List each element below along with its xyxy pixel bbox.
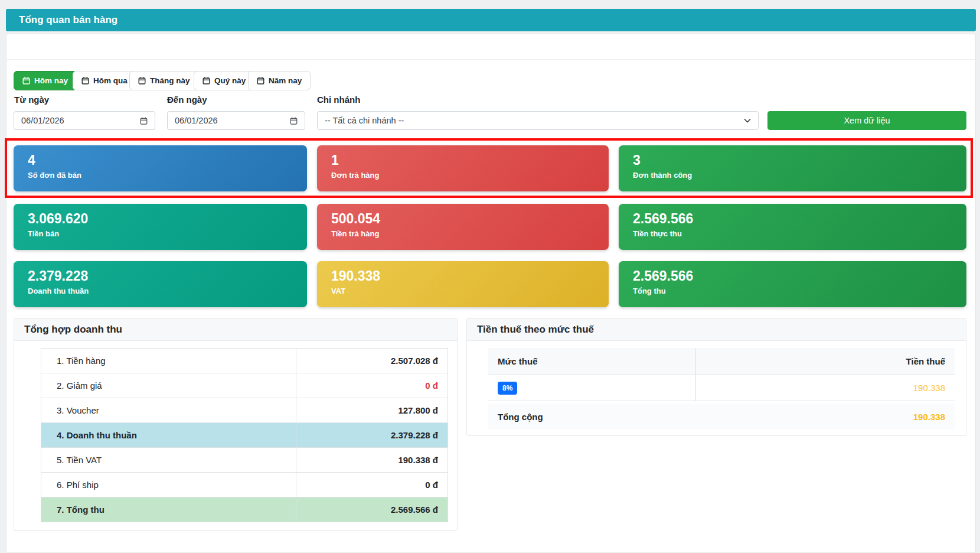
from-date-input[interactable]: 06/01/2026 <box>14 111 155 130</box>
quick-range-yesterday-button[interactable]: Hôm qua <box>73 71 136 90</box>
row-label: 6. Phí ship <box>41 473 296 497</box>
branch-selected-value: -- Tất cả chi nhánh -- <box>325 116 744 125</box>
table-row: 3. Voucher 127.800 đ <box>41 398 447 423</box>
tax-by-rate-panel: Tiền thuế theo mức thuế Mức thuế Tiền th… <box>466 318 966 436</box>
tax-amount-value: 190.338 <box>913 383 945 393</box>
to-date-label: Đến ngày <box>167 95 207 105</box>
quick-range-label: Tháng này <box>150 76 190 85</box>
row-label: 4. Doanh thu thuần <box>41 423 296 447</box>
tax-rate-column-header: Mức thuế <box>488 348 695 375</box>
stat-label: Doanh thu thuần <box>28 287 293 295</box>
calendar-icon <box>81 77 89 84</box>
stat-card-orders-successful: 3 Đơn thành công <box>619 145 966 191</box>
row-value: 190.338 đ <box>296 448 447 472</box>
stat-label: Tiền thực thu <box>633 229 952 238</box>
row-label: 5. Tiền VAT <box>41 448 296 472</box>
stat-label: Đơn trả hàng <box>331 171 594 180</box>
table-total-row: Tổng cộng 190.338 <box>488 404 955 429</box>
stat-value: 2.569.566 <box>633 268 952 285</box>
stat-card-refund-amount: 500.054 Tiền trả hàng <box>317 204 609 250</box>
quick-range-this-year-button[interactable]: Năm nay <box>248 71 311 90</box>
stat-card-orders-returned: 1 Đơn trả hàng <box>317 145 609 191</box>
view-data-label: Xem dữ liệu <box>844 116 890 125</box>
table-row: 5. Tiền VAT 190.338 đ <box>41 448 447 473</box>
branch-label: Chi nhánh <box>317 95 360 105</box>
row-label: 1. Tiền hàng <box>41 349 296 373</box>
quick-range-label: Quý này <box>214 76 246 85</box>
stat-value: 190.338 <box>331 268 594 285</box>
table-row: 8% 190.338 <box>488 375 955 401</box>
to-date-value: 06/01/2026 <box>175 116 290 125</box>
stat-value: 4 <box>28 152 293 169</box>
calendar-icon <box>290 117 298 125</box>
stat-value: 2.379.228 <box>28 268 293 285</box>
stat-card-orders-sold: 4 Số đơn đã bán <box>14 145 307 191</box>
stat-card-actual-revenue: 2.569.566 Tiền thực thu <box>619 204 966 250</box>
tax-amount-column-header: Tiền thuế <box>695 348 955 375</box>
table-row: 6. Phí ship 0 đ <box>41 473 447 497</box>
row-label: 2. Giảm giá <box>41 373 296 398</box>
branch-select[interactable]: -- Tất cả chi nhánh -- <box>317 111 759 130</box>
stat-label: Đơn thành công <box>633 171 952 180</box>
table-row: 1. Tiền hàng 2.507.028 đ <box>41 349 447 373</box>
revenue-summary-table: 1. Tiền hàng 2.507.028 đ 2. Giảm giá 0 đ… <box>41 348 448 522</box>
stat-label: VAT <box>331 287 594 295</box>
stat-value: 3.069.620 <box>28 210 293 227</box>
calendar-icon <box>138 77 146 84</box>
from-date-value: 06/01/2026 <box>21 116 140 125</box>
quick-range-this-quarter-button[interactable]: Quý này <box>194 71 254 90</box>
revenue-summary-title: Tổng hợp doanh thu <box>14 318 457 341</box>
row-value: 127.800 đ <box>296 398 447 422</box>
stat-value: 500.054 <box>331 210 594 227</box>
stat-value: 3 <box>633 152 952 169</box>
tax-rate-badge: 8% <box>498 382 517 395</box>
stat-value: 2.569.566 <box>633 210 952 227</box>
table-row: 2. Giảm giá 0 đ <box>41 373 447 398</box>
quick-range-this-month-button[interactable]: Tháng này <box>129 71 199 90</box>
revenue-summary-panel: Tổng hợp doanh thu 1. Tiền hàng 2.507.02… <box>14 318 458 531</box>
chevron-down-icon <box>744 118 751 123</box>
calendar-icon <box>202 77 210 84</box>
row-value: 2.569.566 đ <box>296 497 447 522</box>
row-value: 0 đ <box>296 473 447 497</box>
page-title: Tổng quan bán hàng <box>19 14 117 26</box>
row-label: 7. Tổng thu <box>41 497 296 522</box>
tax-by-rate-title: Tiền thuế theo mức thuế <box>467 318 966 341</box>
table-row-highlight-net-revenue: 4. Doanh thu thuần 2.379.228 đ <box>41 423 447 448</box>
stat-label: Tiền bán <box>28 229 293 238</box>
stat-label: Tổng thu <box>633 287 952 295</box>
stat-label: Số đơn đã bán <box>28 171 293 180</box>
table-header-row: Mức thuế Tiền thuế <box>488 348 955 375</box>
calendar-icon <box>140 117 148 125</box>
calendar-icon <box>22 77 30 84</box>
row-value: 2.507.028 đ <box>296 349 447 373</box>
quick-range-label: Hôm qua <box>93 76 128 85</box>
total-label: Tổng cộng <box>488 412 695 422</box>
stat-label: Tiền trả hàng <box>331 229 594 238</box>
stat-card-sales-amount: 3.069.620 Tiền bán <box>14 204 307 250</box>
row-value: 2.379.228 đ <box>296 423 447 447</box>
stat-card-vat: 190.338 VAT <box>317 261 609 307</box>
table-row-highlight-total-revenue: 7. Tổng thu 2.569.566 đ <box>41 497 447 522</box>
quick-range-label: Năm nay <box>269 76 302 85</box>
row-value: 0 đ <box>296 373 447 398</box>
tax-by-rate-table: Mức thuế Tiền thuế 8% 190.338 Tổng cộng … <box>488 348 955 429</box>
stat-card-net-revenue: 2.379.228 Doanh thu thuần <box>14 261 307 307</box>
card-head-divider <box>6 59 976 60</box>
quick-range-label: Hôm nay <box>34 76 68 85</box>
from-date-label: Từ ngày <box>14 95 49 105</box>
row-label: 3. Voucher <box>41 398 296 422</box>
total-value: 190.338 <box>695 412 955 422</box>
calendar-icon <box>257 77 264 84</box>
to-date-input[interactable]: 06/01/2026 <box>167 111 305 130</box>
view-data-button[interactable]: Xem dữ liệu <box>767 111 966 130</box>
page-header: Tổng quan bán hàng <box>6 9 976 31</box>
stat-value: 1 <box>331 152 594 169</box>
quick-range-today-button[interactable]: Hôm nay <box>14 71 77 90</box>
stat-card-total-revenue: 2.569.566 Tổng thu <box>619 261 966 307</box>
